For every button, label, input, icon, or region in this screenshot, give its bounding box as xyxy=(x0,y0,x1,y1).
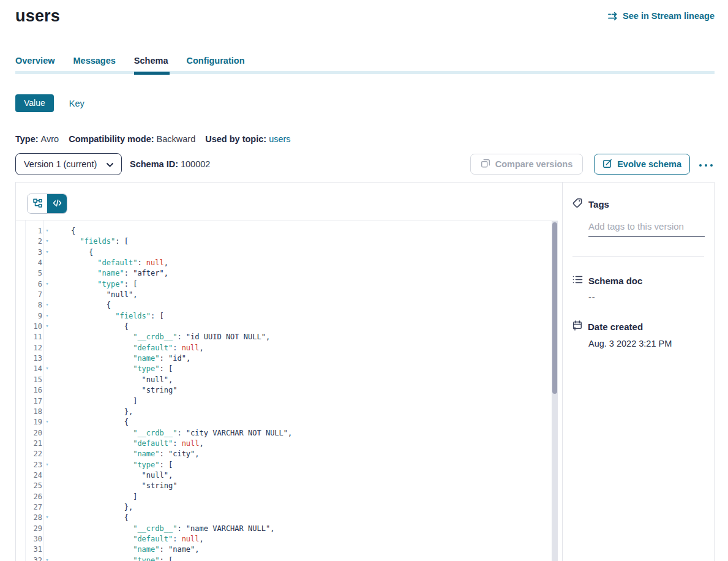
add-tags-input[interactable] xyxy=(588,221,705,237)
code-line: 14▾ "type": [ xyxy=(16,364,558,374)
evolve-schema-label: Evolve schema xyxy=(617,159,681,169)
line-number: 8 xyxy=(25,300,42,311)
line-number: 28 xyxy=(25,513,42,523)
key-tab[interactable]: Key xyxy=(69,99,84,108)
code-line: 25▾ "string" xyxy=(16,481,558,491)
schema-doc-value: -- xyxy=(588,292,704,302)
tree-view-button[interactable] xyxy=(28,194,47,213)
schema-id: Schema ID:100002 xyxy=(130,159,210,169)
line-number: 19 xyxy=(25,417,42,427)
schema-page: users See in Stream lineage OverviewMess… xyxy=(0,5,728,561)
gutter-left-edge xyxy=(25,220,26,561)
schema-doc-title: Schema doc xyxy=(588,276,642,286)
line-number: 22 xyxy=(25,449,42,459)
fold-arrow-icon[interactable]: ▾ xyxy=(42,416,52,427)
line-number: 13 xyxy=(25,353,42,364)
gutter-separator xyxy=(43,220,43,561)
line-number: 11 xyxy=(25,332,42,342)
code-line: 21▾ "default": null, xyxy=(16,439,558,449)
code-line: 6▾ "type": [ xyxy=(16,279,558,290)
schema-card: 1▾{2▾ "fields": [3▾ {4▾ "default": null,… xyxy=(15,182,715,561)
line-number: 20 xyxy=(25,428,42,439)
code-line: 4▾ "default": null, xyxy=(16,258,558,268)
line-number: 21 xyxy=(25,439,42,449)
code-line: 23▾ "type": [ xyxy=(16,460,558,470)
fold-arrow-icon[interactable]: ▾ xyxy=(42,459,52,470)
code-line: 29▾ "__crdb__": "name VARCHAR NULL", xyxy=(16,524,558,534)
editor-scrollbar-thumb[interactable] xyxy=(552,222,557,394)
code-line: 17▾ ] xyxy=(16,396,558,407)
code-line: 9▾ "fields": [ xyxy=(16,311,558,322)
calendar-plus-icon xyxy=(572,320,582,333)
compare-versions-button[interactable]: Compare versions xyxy=(470,154,584,175)
code-line: 24▾ "null", xyxy=(16,470,558,481)
line-number: 29 xyxy=(25,524,42,534)
fold-arrow-icon[interactable]: ▾ xyxy=(42,225,52,236)
editor-scrollbar[interactable] xyxy=(552,221,558,561)
line-number: 4 xyxy=(25,258,42,268)
stream-lineage-label: See in Stream lineage xyxy=(623,11,715,21)
tab-schema[interactable]: Schema xyxy=(134,56,168,75)
line-number: 32 xyxy=(25,555,42,561)
line-number: 30 xyxy=(25,534,42,544)
fold-arrow-icon[interactable]: ▾ xyxy=(42,299,52,310)
line-number: 2 xyxy=(25,236,42,247)
code-view-button[interactable] xyxy=(47,194,67,213)
line-number: 3 xyxy=(25,247,42,258)
schema-editor-pane: 1▾{2▾ "fields": [3▾ {4▾ "default": null,… xyxy=(16,183,563,561)
fold-arrow-icon[interactable]: ▾ xyxy=(42,512,52,522)
date-created-section: Date created Aug. 3 2022 3:21 PM xyxy=(572,320,704,348)
tree-view-icon xyxy=(33,198,42,209)
code-line: 28▾ { xyxy=(16,513,558,523)
page-header: users See in Stream lineage xyxy=(15,5,715,27)
code-line: 16▾ "string" xyxy=(16,385,558,396)
code-line: 1▾{ xyxy=(16,226,558,236)
meta-compatibility: Compatibility mode:Backward xyxy=(69,134,195,144)
code-line: 26▾ ] xyxy=(16,492,558,502)
value-tab[interactable]: Value xyxy=(15,94,54,112)
schema-doc-header: Schema doc xyxy=(572,275,704,287)
code-line: 13▾ "name": "id", xyxy=(16,353,558,364)
meta-compatibility-label: Compatibility mode: xyxy=(69,134,154,144)
date-created-value: Aug. 3 2022 3:21 PM xyxy=(588,339,704,348)
line-number: 27 xyxy=(25,502,42,513)
tag-icon xyxy=(572,198,583,211)
fold-arrow-icon[interactable]: ▾ xyxy=(42,279,52,289)
tabs-underline xyxy=(15,71,715,74)
chevron-down-icon xyxy=(107,159,113,169)
code-line: 20▾ "__crdb__": "city VARCHAR NOT NULL", xyxy=(16,428,558,439)
topic-link[interactable]: users xyxy=(269,134,290,144)
sidebar-divider xyxy=(572,256,704,257)
code-line: 22▾ "name": "city", xyxy=(16,449,558,459)
schema-id-label: Schema ID: xyxy=(130,159,178,169)
code-line: 15▾ "null", xyxy=(16,375,558,385)
more-actions-button[interactable] xyxy=(697,157,715,171)
fold-arrow-icon[interactable]: ▾ xyxy=(42,363,52,374)
code-line: 32▾ "type": [ xyxy=(16,555,558,561)
fold-arrow-icon[interactable]: ▾ xyxy=(42,311,52,321)
value-key-toggle: Value Key xyxy=(15,94,715,112)
fold-arrow-icon[interactable]: ▾ xyxy=(42,236,52,246)
tags-section-header: Tags xyxy=(572,198,704,211)
schema-meta: Type:Avro Compatibility mode:Backward Us… xyxy=(15,134,715,144)
line-number: 18 xyxy=(25,407,42,417)
meta-topic: Used by topic:users xyxy=(205,134,290,144)
line-number: 10 xyxy=(25,322,42,332)
line-number: 12 xyxy=(25,343,42,353)
code-line: 5▾ "name": "after", xyxy=(16,268,558,279)
line-number: 6 xyxy=(25,279,42,290)
edit-icon xyxy=(602,159,612,170)
line-number: 25 xyxy=(25,481,42,491)
tags-title: Tags xyxy=(588,199,609,209)
ellipsis-icon xyxy=(699,160,713,169)
page-title: users xyxy=(15,5,60,27)
fold-arrow-icon[interactable]: ▾ xyxy=(42,321,52,331)
evolve-schema-button[interactable]: Evolve schema xyxy=(594,154,690,175)
schema-doc-section: Schema doc -- xyxy=(572,275,704,302)
stream-lineage-link[interactable]: See in Stream lineage xyxy=(607,11,715,21)
line-number: 7 xyxy=(25,290,42,300)
meta-type: Type:Avro xyxy=(15,134,59,144)
fold-arrow-icon[interactable]: ▾ xyxy=(42,247,52,257)
version-dropdown[interactable]: Version 1 (current) xyxy=(15,153,122,175)
fold-arrow-icon[interactable]: ▾ xyxy=(42,555,52,561)
